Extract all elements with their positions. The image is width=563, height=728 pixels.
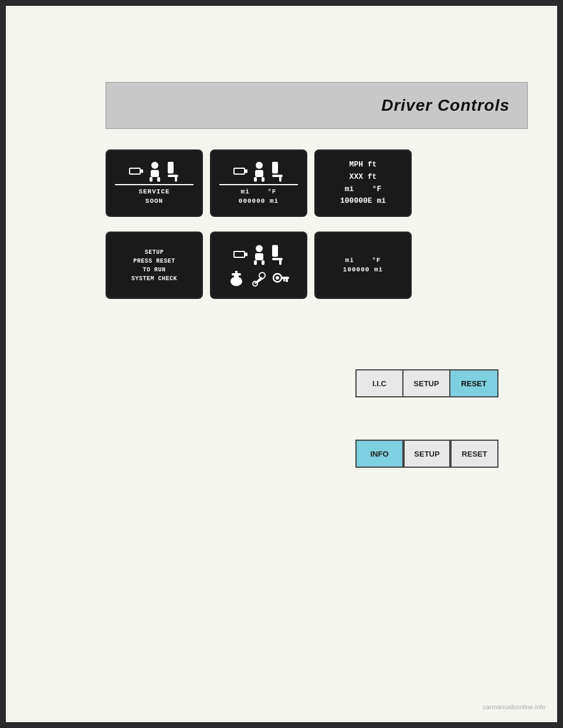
svg-rect-4 [151, 170, 159, 177]
panel6-text: mi °F100000 mi [343, 256, 383, 274]
panel2-separator [219, 184, 297, 185]
svg-rect-27 [272, 245, 278, 257]
btn-iic[interactable]: I.I.C [357, 370, 403, 396]
button-panel-2: INFO SETUP RESET [355, 440, 498, 468]
svg-rect-1 [141, 169, 143, 173]
battery-icon-1 [129, 166, 143, 176]
dic-panel-1: SERVICESOON [106, 149, 203, 217]
svg-rect-24 [255, 253, 263, 260]
svg-rect-2 [130, 169, 140, 174]
svg-rect-38 [281, 277, 289, 279]
battery-icon-5 [233, 250, 247, 259]
panel1-top [111, 161, 198, 182]
svg-rect-9 [175, 176, 177, 182]
dic-panel-6: mi °F100000 mi [314, 232, 412, 299]
svg-rect-33 [235, 271, 238, 274]
svg-rect-39 [286, 279, 288, 282]
svg-rect-6 [157, 177, 160, 182]
svg-point-13 [256, 162, 263, 169]
btn-reset-2[interactable]: RESET [450, 441, 497, 467]
dic-panel-2: mi °F000000 mi [210, 149, 307, 217]
svg-rect-5 [150, 177, 152, 182]
svg-point-37 [276, 276, 279, 280]
battery-icon-2 [233, 166, 247, 176]
panel5-service-icons [228, 271, 289, 287]
svg-rect-26 [262, 260, 264, 265]
panel5-top [215, 244, 302, 265]
svg-rect-29 [279, 259, 282, 265]
btn-setup-2[interactable]: SETUP [403, 441, 450, 467]
dic-panel-4: SETUPPRESS RESETTO RUNSYSTEM CHECK [106, 232, 203, 299]
svg-rect-7 [168, 162, 174, 174]
svg-rect-12 [235, 169, 244, 174]
panel2-top [215, 161, 302, 182]
panel1-text: SERVICESOON [138, 188, 169, 206]
seat-icon-1 [167, 161, 179, 182]
panel2-text: mi °F000000 mi [239, 188, 279, 206]
svg-rect-14 [255, 170, 263, 177]
page-frame: Driver Controls [0, 0, 563, 728]
panels-row-1: SERVICESOON [106, 149, 412, 217]
svg-rect-15 [254, 177, 257, 182]
btn-reset-1[interactable]: RESET [450, 370, 497, 396]
button-panel-1: I.I.C SETUP RESET [355, 369, 498, 397]
watermark: carmanualsonline.info [483, 703, 545, 710]
svg-point-34 [259, 273, 265, 278]
svg-point-3 [151, 162, 158, 169]
svg-rect-40 [283, 279, 285, 281]
svg-rect-11 [245, 169, 247, 173]
header-band: Driver Controls [106, 82, 528, 129]
seat-icon-2 [271, 161, 284, 182]
key-icon [273, 271, 289, 287]
svg-rect-19 [279, 176, 282, 182]
panel4-warning: SETUPPRESS RESETTO RUNSYSTEM CHECK [131, 248, 177, 283]
svg-rect-25 [254, 260, 257, 265]
svg-rect-16 [262, 177, 264, 182]
dic-panel-5 [210, 232, 307, 299]
svg-rect-22 [235, 252, 244, 257]
page-content: Driver Controls [6, 6, 557, 722]
person-icon-1 [147, 161, 163, 182]
person-icon-5 [251, 244, 267, 265]
panels-row-2: SETUPPRESS RESETTO RUNSYSTEM CHECK [106, 232, 412, 299]
panel3-mph: MPH ftXXX ftmi °F100000E mi [340, 159, 386, 207]
wrench-icon [250, 271, 267, 287]
page-title: Driver Controls [381, 96, 510, 115]
svg-rect-17 [272, 162, 278, 174]
panel1-separator [115, 184, 193, 185]
svg-rect-21 [245, 253, 247, 256]
oil-icon [228, 271, 245, 287]
person-icon-2 [251, 161, 267, 182]
svg-point-23 [256, 245, 263, 252]
btn-info[interactable]: INFO [357, 441, 403, 467]
seat-icon-5 [271, 244, 284, 265]
btn-setup-1[interactable]: SETUP [403, 370, 450, 396]
dic-panel-3: MPH ftXXX ftmi °F100000E mi [314, 149, 412, 217]
